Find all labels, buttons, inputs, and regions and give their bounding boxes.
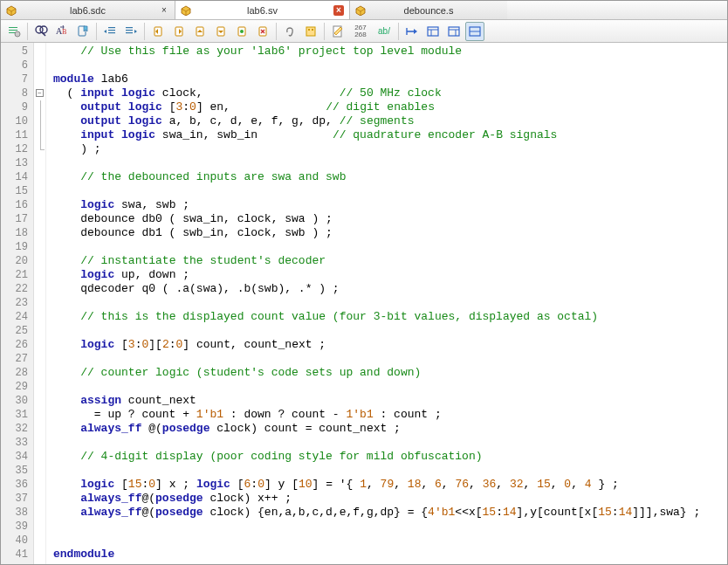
code-line[interactable]: output logic a, b, c, d, e, f, g, dp, //… bbox=[53, 114, 727, 128]
fold-cell bbox=[34, 520, 45, 534]
code-line[interactable] bbox=[53, 464, 727, 478]
code-line[interactable]: always_ff@(posedge clock) x++ ; bbox=[53, 492, 727, 506]
separator bbox=[276, 23, 277, 40]
edit-doc-icon[interactable] bbox=[328, 22, 347, 41]
line-number: 36 bbox=[1, 478, 33, 492]
tab-debounce[interactable]: debounce.s bbox=[350, 1, 507, 19]
fold-cell bbox=[34, 338, 45, 352]
nav-home-icon[interactable] bbox=[232, 22, 251, 41]
fold-cell bbox=[34, 184, 45, 198]
tab-bar: lab6.sdc × lab6.sv × debounce.s bbox=[1, 1, 727, 20]
line-counter[interactable]: 267 268 bbox=[349, 22, 372, 41]
code-line[interactable]: ( input logic clock, // 50 MHz clock bbox=[53, 86, 727, 100]
find-icon[interactable] bbox=[31, 22, 51, 41]
fold-cell bbox=[34, 45, 45, 59]
ab-compare-icon[interactable]: ab/ bbox=[374, 22, 395, 41]
code-line[interactable]: qdecoder q0 ( .a(swa), .b(swb), .* ) ; bbox=[53, 282, 727, 296]
line-number: 34 bbox=[1, 450, 33, 464]
code-line[interactable]: // the debounced inputs are swa and swb bbox=[53, 170, 727, 184]
line-number: 35 bbox=[1, 464, 33, 478]
nav-prev-icon[interactable] bbox=[148, 22, 168, 41]
separator bbox=[96, 23, 97, 40]
line-number: 29 bbox=[1, 380, 33, 394]
code-line[interactable]: logic [15:0] x ; logic [6:0] y [10] = '{… bbox=[53, 478, 727, 492]
code-line[interactable]: debounce db1 ( swb_in, clock, swb ) ; bbox=[53, 226, 727, 240]
svg-point-9 bbox=[15, 31, 20, 37]
code-line[interactable] bbox=[53, 520, 727, 534]
attach-icon[interactable] bbox=[280, 22, 299, 41]
code-line[interactable] bbox=[53, 296, 727, 310]
file-cube-icon bbox=[355, 5, 366, 16]
ab-label: ab/ bbox=[378, 26, 390, 36]
code-line[interactable] bbox=[53, 156, 727, 170]
code-line[interactable]: // instantiate the student's decoder bbox=[53, 254, 727, 268]
layout-1-icon[interactable] bbox=[423, 22, 443, 41]
code-line[interactable] bbox=[53, 184, 727, 198]
code-line[interactable]: = up ? count + 1'b1 : down ? count - 1'b… bbox=[53, 408, 727, 422]
svg-rect-17 bbox=[108, 30, 115, 31]
layout-2-icon[interactable] bbox=[444, 22, 464, 41]
line-number: 37 bbox=[1, 492, 33, 506]
fold-cell bbox=[34, 240, 45, 254]
fold-cell bbox=[34, 296, 45, 310]
bookmark-toggle-icon[interactable] bbox=[73, 22, 93, 41]
nav-down-icon[interactable] bbox=[211, 22, 230, 41]
close-icon[interactable]: × bbox=[333, 5, 344, 16]
code-line[interactable]: debounce db0 ( swa_in, clock, swa ) ; bbox=[53, 212, 727, 226]
line-number: 38 bbox=[1, 506, 33, 520]
code-line[interactable]: module lab6 bbox=[53, 72, 727, 86]
svg-rect-21 bbox=[126, 30, 133, 31]
line-number: 21 bbox=[1, 268, 33, 282]
fold-cell bbox=[34, 548, 45, 562]
code-line[interactable]: assign count_next bbox=[53, 394, 727, 408]
code-line[interactable]: // 4-digit display (poor coding style fo… bbox=[53, 450, 727, 464]
code-line[interactable] bbox=[53, 352, 727, 366]
code-line[interactable] bbox=[53, 59, 727, 72]
layout-3-icon[interactable] bbox=[465, 22, 484, 41]
tab-run-icon[interactable] bbox=[402, 22, 422, 41]
close-icon[interactable]: × bbox=[159, 5, 169, 16]
code-line[interactable]: input logic swa_in, swb_in // quadrature… bbox=[53, 128, 727, 142]
indent-icon[interactable] bbox=[121, 22, 141, 41]
code-line[interactable]: // counter logic (student's code sets up… bbox=[53, 366, 727, 380]
nav-next-icon[interactable] bbox=[169, 22, 189, 41]
tab-lab6-sv[interactable]: lab6.sv × bbox=[175, 1, 350, 19]
fold-cell bbox=[34, 170, 45, 184]
code-line[interactable] bbox=[53, 380, 727, 394]
code-line[interactable]: always_ff@(posedge clock) {en,a,b,c,d,e,… bbox=[53, 506, 727, 520]
find-replace-icon[interactable]: AB bbox=[52, 22, 72, 41]
code-line[interactable]: logic up, down ; bbox=[53, 268, 727, 282]
line-number: 28 bbox=[1, 366, 33, 380]
fold-toggle-icon[interactable]: − bbox=[36, 89, 44, 97]
code-line[interactable]: logic [3:0][2:0] count, count_next ; bbox=[53, 338, 727, 352]
code-line[interactable]: // this is the displayed count value (fo… bbox=[53, 310, 727, 324]
code-line[interactable] bbox=[53, 240, 727, 254]
line-number: 17 bbox=[1, 212, 33, 226]
nav-up-icon[interactable] bbox=[190, 22, 209, 41]
settings-list-icon[interactable] bbox=[4, 22, 24, 41]
line-number-gutter: 5678910111213141516171819202122232425262… bbox=[1, 43, 34, 564]
fold-cell bbox=[34, 128, 45, 142]
fold-cell bbox=[34, 352, 45, 366]
template-icon[interactable] bbox=[301, 22, 320, 41]
code-line[interactable]: endmodule bbox=[53, 548, 727, 562]
code-line[interactable]: // Use this file as your 'lab6' project … bbox=[53, 45, 727, 59]
file-cube-icon bbox=[181, 5, 191, 16]
outdent-icon[interactable] bbox=[100, 22, 120, 41]
code-line[interactable] bbox=[53, 324, 727, 338]
line-number: 25 bbox=[1, 324, 33, 338]
code-content[interactable]: // Use this file as your 'lab6' project … bbox=[46, 43, 727, 564]
fold-cell bbox=[34, 366, 45, 380]
code-line[interactable]: output logic [3:0] en, // digit enables bbox=[53, 100, 727, 114]
svg-rect-47 bbox=[449, 27, 459, 36]
code-line[interactable]: logic swa, swb ; bbox=[53, 198, 727, 212]
fold-cell: − bbox=[34, 86, 45, 100]
code-line[interactable]: ) ; bbox=[53, 142, 727, 156]
nav-delete-icon[interactable] bbox=[253, 22, 272, 41]
fold-cell bbox=[34, 212, 45, 226]
code-line[interactable] bbox=[53, 436, 727, 450]
line-number: 7 bbox=[1, 72, 33, 86]
tab-lab6-sdc[interactable]: lab6.sdc × bbox=[1, 1, 175, 19]
code-line[interactable]: always_ff @(posedge clock) count = count… bbox=[53, 422, 727, 436]
code-line[interactable] bbox=[53, 534, 727, 548]
